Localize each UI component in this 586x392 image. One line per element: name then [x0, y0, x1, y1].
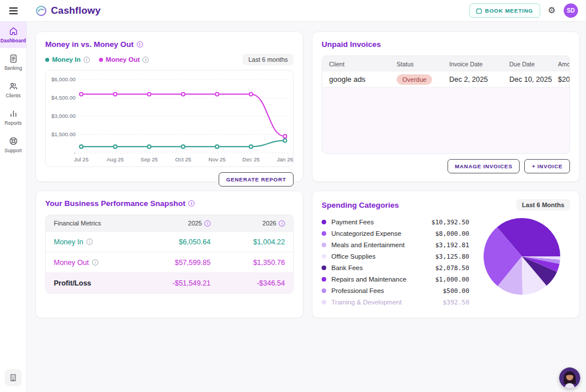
sidebar-label: Clients — [6, 93, 21, 98]
legend-money-in-label: Money In — [52, 56, 81, 63]
money-out-2026: $1,350.76 — [211, 259, 285, 267]
row-money-out: Money Outi $57,599.85 $1,350.76 — [46, 252, 293, 272]
sidebar-label: Dashboard — [1, 38, 26, 43]
sidebar-label: Reports — [5, 120, 22, 126]
category-label: Professional Fees — [331, 287, 384, 294]
support-agent-avatar — [559, 367, 580, 389]
category-amount: $500.00 — [443, 287, 469, 295]
info-icon[interactable]: i — [137, 41, 143, 47]
user-avatar[interactable]: SD — [564, 3, 578, 18]
category-dot-icon — [322, 254, 326, 259]
category-amount: $1,000.00 — [435, 276, 469, 283]
chat-widget-button[interactable] — [559, 367, 580, 389]
performance-header: Financial Metrics 2025i 2026i — [46, 215, 293, 231]
bar-chart-icon — [9, 109, 18, 118]
svg-text:Jul 25: Jul 25 — [74, 156, 88, 163]
manage-invoices-button[interactable]: MANAGE INVOICES — [448, 159, 520, 173]
col-2025: 2025 — [188, 220, 202, 227]
info-icon[interactable]: i — [84, 57, 90, 63]
col-amount: Amount — [558, 61, 570, 68]
invoices-table: Client Status Invoice Date Due Date Amou… — [322, 56, 570, 154]
profit-loss-2025: -$51,549.21 — [125, 279, 211, 287]
profit-loss-label: Profit/Loss — [54, 279, 125, 287]
app-logo: Cashflowy — [35, 5, 101, 17]
sidebar-item-dashboard[interactable]: Dashboard — [0, 22, 26, 48]
money-flow-card: Money in vs. Money Out i Money In i Mone… — [35, 31, 303, 182]
spending-item: Uncategorized Expense$8,000.00 — [322, 228, 469, 239]
spending-title: Spending Categories — [322, 201, 399, 209]
col-financial-metrics: Financial Metrics — [54, 220, 125, 227]
unpaid-invoices-card: Unpaid Invoices Client Status Invoice Da… — [312, 31, 580, 182]
category-label: Bank Fees — [331, 264, 363, 271]
main-content: Money in vs. Money Out i Money In i Mone… — [27, 22, 586, 392]
book-meeting-label: BOOK MEETING — [485, 7, 533, 14]
top-bar: Cashflowy BOOK MEETING ⚙ SD — [0, 0, 586, 22]
category-dot-icon — [322, 288, 326, 293]
spending-card: Spending Categories Last 6 Months Paymen… — [312, 191, 580, 318]
category-dot-icon — [322, 277, 326, 282]
money-in-2025: $6,050.64 — [125, 238, 211, 246]
generate-report-button[interactable]: GENERATE REPORT — [219, 172, 294, 187]
category-dot-icon — [322, 300, 326, 304]
money-out-dot-icon — [99, 58, 103, 62]
line-chart: $6,000.00$4,500.00$3,000.00$1,500.00-Jul… — [45, 70, 294, 167]
spending-item: Training & Development$392.50 — [322, 296, 469, 308]
info-icon[interactable]: i — [188, 200, 195, 207]
row-profit-loss: Profit/Loss -$51,549.21 -$346.54 — [46, 272, 293, 293]
info-icon[interactable]: i — [86, 239, 93, 245]
info-icon[interactable]: i — [279, 220, 285, 227]
invoice-row[interactable]: google ads Overdue Dec 2, 2025 Dec 10, 2… — [322, 72, 569, 88]
svg-text:Oct 25: Oct 25 — [175, 156, 191, 163]
performance-table: Financial Metrics 2025i 2026i Money Ini … — [45, 215, 294, 294]
svg-text:Jan 26: Jan 26 — [277, 156, 293, 163]
sidebar-item-clients[interactable]: Clients — [0, 77, 26, 103]
category-dot-icon — [322, 266, 326, 270]
legend-money-in: Money In i — [45, 56, 90, 63]
category-amount: $392.50 — [443, 299, 469, 306]
svg-text:Nov 25: Nov 25 — [208, 156, 225, 163]
category-dot-icon — [322, 220, 326, 224]
category-label: Uncategorized Expense — [331, 230, 401, 237]
people-icon — [9, 81, 18, 91]
sidebar-item-support[interactable]: Support — [0, 132, 26, 158]
sidebar-item-banking[interactable]: Banking — [0, 49, 26, 76]
spending-item: Office Supplies$3,125.80 — [322, 251, 469, 262]
invoice-due-date: Dec 10, 2025 — [509, 76, 558, 84]
category-dot-icon — [322, 231, 326, 236]
spending-item: Professional Fees$500.00 — [322, 285, 469, 296]
money-flow-title: Money in vs. Money Out — [45, 40, 134, 49]
document-icon — [9, 54, 18, 64]
spending-item: Meals and Entertainment$3,192.81 — [322, 239, 469, 251]
category-dot-icon — [322, 243, 326, 247]
profit-loss-2026: -$346.54 — [211, 279, 285, 287]
organization-button[interactable] — [5, 369, 22, 386]
home-icon — [9, 26, 18, 36]
category-label: Office Supplies — [331, 253, 375, 260]
category-amount: $3,192.81 — [435, 241, 469, 249]
sidebar-item-reports[interactable]: Reports — [0, 104, 26, 130]
sidebar-label: Support — [5, 148, 22, 153]
book-meeting-button[interactable]: BOOK MEETING — [469, 3, 540, 18]
add-invoice-button[interactable]: + INVOICE — [524, 159, 570, 173]
svg-text:-: - — [74, 149, 76, 156]
gear-icon[interactable]: ⚙ — [548, 6, 556, 15]
info-icon[interactable]: i — [92, 259, 98, 266]
hamburger-menu-icon[interactable] — [0, 7, 27, 14]
spending-item: Repairs and Maintenance$1,000.00 — [322, 274, 469, 285]
performance-title: Your Business Performance Snapshot — [45, 199, 185, 208]
category-amount: $3,125.80 — [435, 253, 469, 260]
info-icon[interactable]: i — [204, 220, 211, 227]
money-in-2026: $1,004.22 — [211, 238, 285, 246]
category-amount: $2,078.50 — [435, 264, 469, 272]
legend-money-out: Money Out i — [99, 56, 149, 63]
invoice-amount: $2000.00 — [558, 76, 570, 84]
unpaid-invoices-title: Unpaid Invoices — [322, 40, 381, 49]
info-icon[interactable]: i — [142, 57, 149, 63]
svg-text:$1,500.00: $1,500.00 — [52, 131, 76, 137]
spending-item: Bank Fees$2,078.50 — [322, 262, 469, 274]
spending-legend: Payment Fees$10,392.50 Uncategorized Exp… — [322, 216, 469, 310]
invoice-date: Dec 2, 2025 — [449, 76, 509, 84]
building-icon — [9, 374, 17, 382]
svg-text:Dec 25: Dec 25 — [243, 156, 260, 163]
performance-card: Your Business Performance Snapshot i Fin… — [35, 191, 303, 318]
